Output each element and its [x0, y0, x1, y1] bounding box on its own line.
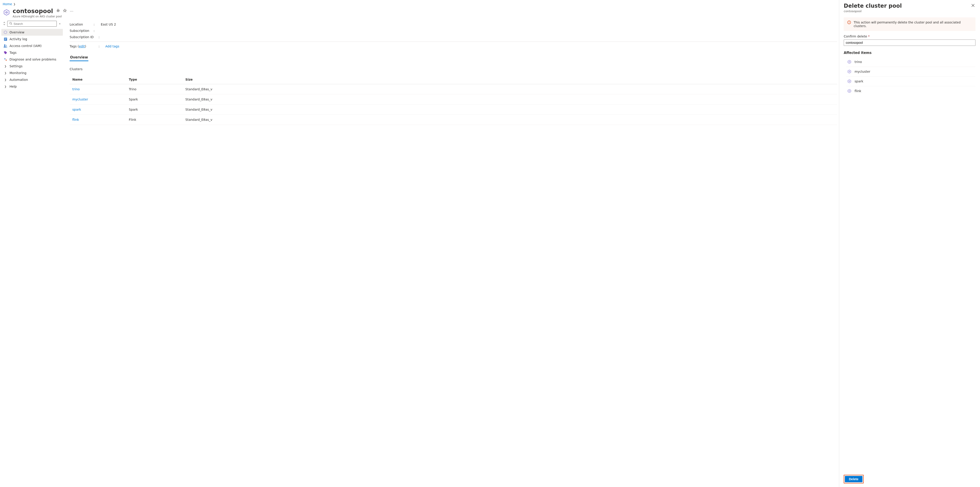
delete-button-highlight: Delete — [844, 475, 864, 483]
sidebar-item-label: Tags — [10, 51, 16, 54]
chevron-right-icon: ❯ — [4, 78, 7, 81]
warning-text: This action will permanently delete the … — [854, 21, 972, 28]
cluster-icon — [847, 89, 851, 93]
cluster-type: Flink — [126, 115, 183, 125]
chevron-right-icon: ❯ — [4, 64, 7, 68]
cluster-type: Spark — [126, 105, 183, 115]
table-row: mycluster Spark Standard_E8as_v — [70, 94, 837, 105]
search-input-wrap[interactable] — [7, 21, 57, 27]
add-tags-link[interactable]: Add tags — [105, 44, 119, 48]
svg-marker-5 — [4, 31, 7, 33]
search-input[interactable] — [14, 22, 55, 25]
svg-rect-7 — [4, 38, 6, 38]
sidebar: « Overview Activity log Access control (… — [0, 20, 64, 487]
chevron-right-icon: ❯ — [4, 85, 7, 88]
tags-icon — [4, 51, 7, 54]
confirm-delete-input[interactable] — [844, 40, 975, 46]
sidebar-item-settings[interactable]: ❯ Settings — [2, 63, 63, 70]
cluster-icon — [847, 70, 851, 74]
sidebar-item-label: Access control (IAM) — [10, 44, 41, 48]
resource-icon — [3, 9, 10, 16]
svg-point-11 — [6, 45, 7, 46]
chevron-right-icon: ❯ — [13, 3, 15, 6]
sidebar-item-activity-log[interactable]: Activity log — [2, 36, 63, 43]
page-title: contosopool — [13, 8, 53, 14]
svg-point-17 — [849, 23, 850, 24]
main-content: Location : East US 2 Subscription : Subs… — [64, 20, 839, 487]
sidebar-item-label: Monitoring — [10, 71, 27, 75]
cluster-link[interactable]: mycluster — [72, 98, 88, 101]
svg-marker-23 — [848, 80, 850, 82]
affected-item-name: flink — [854, 89, 861, 93]
list-item: trino — [846, 57, 975, 67]
svg-marker-25 — [848, 90, 850, 92]
star-icon[interactable] — [63, 9, 67, 13]
cluster-size: Standard_E8as_v — [183, 115, 837, 125]
cluster-link[interactable]: trino — [72, 87, 80, 91]
affected-items-heading: Affected items — [844, 51, 975, 55]
prop-label-location: Location — [70, 22, 94, 26]
cluster-size: Standard_E8as_v — [183, 84, 837, 94]
sidebar-item-iam[interactable]: Access control (IAM) — [2, 43, 63, 49]
diagnose-icon — [4, 57, 7, 61]
prop-value-location: East US 2 — [101, 22, 116, 26]
panel-footer: Delete — [839, 472, 980, 487]
svg-marker-19 — [848, 61, 850, 63]
cluster-link[interactable]: spark — [72, 108, 81, 111]
sidebar-item-label: Help — [10, 85, 17, 88]
cluster-link[interactable]: flink — [72, 118, 79, 122]
affected-item-name: trino — [854, 60, 862, 63]
affected-item-name: mycluster — [854, 70, 870, 73]
delete-panel: Delete cluster pool contosopool This act… — [839, 0, 980, 487]
prop-label-subscription-id: Subscription ID — [70, 35, 99, 39]
svg-point-10 — [4, 44, 5, 46]
sidebar-item-help[interactable]: ❯ Help — [2, 83, 63, 90]
more-icon[interactable]: ⋯ — [70, 9, 74, 13]
sort-icon[interactable] — [3, 21, 6, 26]
panel-title: Delete cluster pool — [844, 3, 902, 9]
col-size[interactable]: Size — [183, 75, 837, 84]
sidebar-item-overview[interactable]: Overview — [2, 29, 63, 36]
sidebar-item-diagnose[interactable]: Diagnose and solve problems — [2, 56, 63, 63]
svg-rect-9 — [4, 40, 6, 40]
svg-line-4 — [11, 24, 12, 25]
panel-subtitle: contosopool — [844, 10, 902, 13]
tab-overview[interactable]: Overview — [70, 54, 88, 61]
cluster-type: Trino — [126, 84, 183, 94]
sidebar-item-monitoring[interactable]: ❯ Monitoring — [2, 70, 63, 76]
list-item: spark — [846, 76, 975, 86]
list-item: flink — [846, 86, 975, 96]
sidebar-item-label: Diagnose and solve problems — [10, 57, 56, 61]
svg-marker-2 — [63, 9, 67, 12]
col-type[interactable]: Type — [126, 75, 183, 84]
resource-header: contosopool ⋯ Azure HDInsight on AKS clu… — [0, 7, 839, 20]
collapse-icon[interactable]: « — [58, 22, 62, 25]
breadcrumb-home[interactable]: Home — [3, 2, 12, 6]
delete-button[interactable]: Delete — [845, 476, 862, 482]
edit-tags-link[interactable]: edit — [79, 44, 85, 48]
pin-icon[interactable] — [56, 9, 60, 13]
col-name[interactable]: Name — [70, 75, 126, 84]
prop-label-subscription: Subscription — [70, 29, 94, 33]
table-row: spark Spark Standard_E8as_v — [70, 105, 837, 115]
svg-rect-8 — [4, 39, 6, 39]
sidebar-item-automation[interactable]: ❯ Automation — [2, 76, 63, 83]
activity-log-icon — [4, 37, 7, 41]
chevron-right-icon: ❯ — [4, 71, 7, 75]
sidebar-item-label: Automation — [10, 78, 28, 81]
iam-icon — [4, 44, 7, 48]
sidebar-item-tags[interactable]: Tags — [2, 49, 63, 56]
cluster-size: Standard_E8as_v — [183, 105, 837, 115]
svg-point-3 — [10, 22, 11, 24]
prop-label-tags: Tags (edit) — [70, 44, 99, 48]
breadcrumb: Home ❯ — [0, 0, 839, 7]
cluster-type: Spark — [126, 94, 183, 105]
table-row: flink Flink Standard_E8as_v — [70, 115, 837, 125]
overview-icon — [4, 30, 7, 34]
close-icon[interactable] — [970, 3, 975, 9]
cluster-size: Standard_E8as_v — [183, 94, 837, 105]
list-item: mycluster — [846, 67, 975, 76]
affected-item-name: spark — [854, 79, 863, 83]
clusters-heading: Clusters — [70, 67, 837, 71]
table-row: trino Trino Standard_E8as_v — [70, 84, 837, 94]
